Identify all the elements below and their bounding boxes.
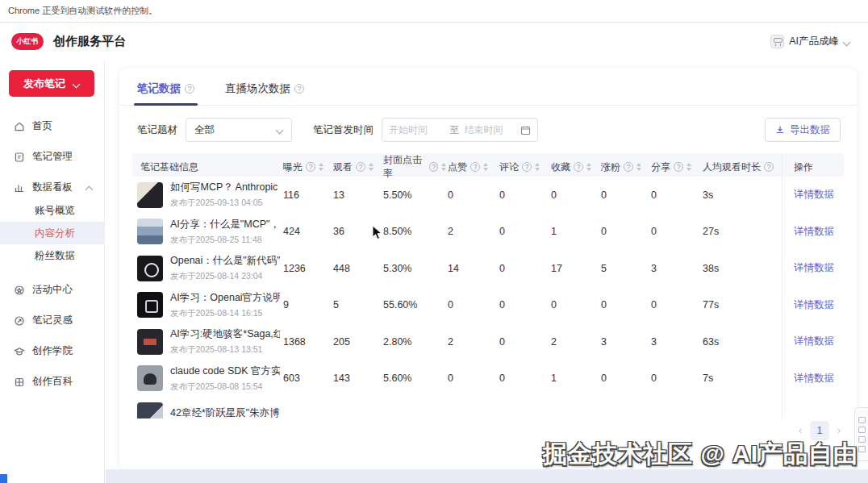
help-icon[interactable]: ? <box>674 162 683 172</box>
cell-exposure: 9 <box>282 299 332 310</box>
sidebar-subitem-account-overview[interactable]: 账号概览 <box>0 199 104 222</box>
help-icon[interactable]: ? <box>306 162 315 172</box>
note-thumbnail[interactable] <box>137 182 163 208</box>
sidebar-item-activity-center[interactable]: 活动中心 <box>0 278 104 302</box>
note-thumbnail[interactable] <box>137 402 163 418</box>
cell-comments: 0 <box>498 263 549 274</box>
cell-shares: 3 <box>649 336 701 348</box>
sort-icon[interactable] <box>483 163 488 171</box>
help-icon[interactable]: ? <box>624 162 633 172</box>
help-icon[interactable]: ? <box>522 162 532 172</box>
col-shares[interactable]: 分享? <box>649 160 701 174</box>
sidebar-item-note-inspiration[interactable]: 笔记灵感 <box>0 309 104 332</box>
app-header: 小红书 创作服务平台 AI产品成峰 <box>0 23 868 60</box>
col-fans-gain[interactable]: 涨粉? <box>599 160 649 174</box>
note-title[interactable]: AI分享：什么是"MCP"，way... <box>170 218 280 231</box>
user-avatar <box>770 35 784 48</box>
cell-shares: 0 <box>649 189 701 201</box>
help-icon[interactable]: ? <box>470 162 480 172</box>
note-title[interactable]: 42章经*阶跃星辰"朱亦博"分... <box>170 406 280 418</box>
note-title[interactable]: 如何写MCP？ Anthropic 官... <box>170 181 280 194</box>
publish-note-label: 发布笔记 <box>23 77 65 91</box>
sidebar-subitem-fans-data[interactable]: 粉丝数据 <box>0 244 104 267</box>
next-page-button[interactable]: › <box>837 426 841 435</box>
sort-icon[interactable] <box>586 163 591 171</box>
cell-ctr: 5.30% <box>382 263 446 274</box>
cell-comments: 0 <box>498 336 549 348</box>
detail-data-link[interactable]: 详情数据 <box>794 298 834 312</box>
filter-bar: 笔记题材 全部 笔记首发时间 开始时间 至 结束时间 导出数据 <box>119 106 857 142</box>
detail-data-link[interactable]: 详情数据 <box>794 225 834 239</box>
sidebar-subitem-content-analysis[interactable]: 内容分析 <box>0 222 104 244</box>
sidebar-item-note-management[interactable]: 笔记管理 <box>0 145 104 169</box>
sort-icon[interactable] <box>636 163 641 171</box>
note-title[interactable]: claude code SDK 官方实践 <box>170 364 280 378</box>
publish-note-button[interactable]: 发布笔记 <box>9 70 94 97</box>
table-row: 如何写MCP？ Anthropic 官...发布于2025-09-13 04:0… <box>132 177 844 214</box>
end-date-input[interactable]: 结束时间 <box>465 123 521 137</box>
detail-data-link[interactable]: 详情数据 <box>794 372 834 385</box>
sidebar-item-creation-academy[interactable]: 创作学院 <box>0 339 104 363</box>
sidebar-item-creation-encyclopedia[interactable]: 创作百科 <box>0 370 104 393</box>
cell-collects: 17 <box>549 263 599 274</box>
sort-icon[interactable] <box>686 163 691 171</box>
note-publish-date: 发布于2025-08-13 13:51 <box>170 344 280 356</box>
topic-select[interactable]: 全部 <box>186 118 292 142</box>
date-range-picker[interactable]: 开始时间 至 结束时间 <box>382 118 538 142</box>
cell-duration: 63s <box>701 336 782 348</box>
detail-data-link[interactable]: 详情数据 <box>794 261 834 275</box>
col-comments[interactable]: 评论? <box>498 160 549 174</box>
sidebar-item-home[interactable]: 首页 <box>0 115 104 138</box>
col-collects[interactable]: 收藏? <box>549 160 599 174</box>
cell-likes: 0 <box>446 373 498 384</box>
sidebar-item-label: 创作百科 <box>32 375 73 389</box>
start-date-input[interactable]: 开始时间 <box>389 123 445 137</box>
content-panel: 笔记数据 ? 直播场次数据 ? 笔记题材 全部 笔记首发时间 开始时间 至 结束… <box>119 69 857 469</box>
help-icon[interactable]: ? <box>356 162 365 172</box>
col-exposure[interactable]: 曝光? <box>282 160 332 174</box>
note-thumbnail[interactable] <box>137 256 163 281</box>
note-title[interactable]: Openai：什么是"新代码"? <box>170 254 280 268</box>
calendar-icon[interactable] <box>520 125 531 135</box>
tab-live-session-data[interactable]: 直播场次数据 ? <box>225 81 304 105</box>
sidebar-item-data-dashboard[interactable]: 数据看板 <box>0 176 104 199</box>
xiaohongshu-logo[interactable]: 小红书 <box>11 33 44 50</box>
sort-icon[interactable] <box>319 163 323 171</box>
help-icon[interactable]: ? <box>574 162 583 172</box>
detail-data-link[interactable]: 详情数据 <box>794 188 834 202</box>
cell-likes: 14 <box>446 263 498 274</box>
note-thumbnail[interactable] <box>137 329 163 355</box>
prev-page-button[interactable]: ‹ <box>799 426 802 435</box>
user-menu[interactable]: AI产品成峰 <box>770 35 850 48</box>
table-row: claude code SDK 官方实践发布于2025-08-08 15:54 … <box>132 360 844 398</box>
info-icon[interactable]: ? <box>185 84 194 94</box>
col-likes[interactable]: 点赞? <box>446 160 498 174</box>
sort-icon[interactable] <box>535 163 540 171</box>
col-cover-ctr[interactable]: 封面点击率? <box>382 153 446 181</box>
sidebar-item-label: 活动中心 <box>32 283 73 297</box>
sort-icon[interactable] <box>369 163 373 171</box>
note-thumbnail[interactable] <box>137 292 163 318</box>
col-avg-watch-time: 人均观看时长? <box>701 160 782 174</box>
cell-comments: 0 <box>498 373 549 384</box>
note-title[interactable]: AI学习：Openai官方说明，什... <box>170 291 280 305</box>
detail-data-link[interactable]: 详情数据 <box>794 335 834 348</box>
chevron-up-icon[interactable] <box>86 185 93 191</box>
info-icon[interactable]: ? <box>294 84 304 94</box>
note-title[interactable]: AI学习:硬地骇客*Saga,红海市... <box>170 327 280 341</box>
table-row: AI学习:硬地骇客*Saga,红海市...发布于2025-08-13 13:51… <box>132 323 844 360</box>
export-data-label: 导出数据 <box>790 123 830 137</box>
note-thumbnail[interactable] <box>137 365 163 391</box>
note-publish-date: 发布于2025-09-13 04:05 <box>170 198 280 209</box>
note-thumbnail[interactable] <box>137 219 163 244</box>
col-views[interactable]: 观看? <box>332 160 382 174</box>
help-icon[interactable]: ? <box>429 162 438 172</box>
notes-table: 笔记基础信息 曝光? 观看? 封面点击率? 点赞? 评论? 收藏? 涨粉? 分享… <box>132 153 844 418</box>
help-icon[interactable]: ? <box>764 162 774 172</box>
tab-note-data[interactable]: 笔记数据 ? <box>137 81 194 105</box>
cell-exposure: 603 <box>282 373 332 384</box>
bottom-strip <box>106 469 868 483</box>
cell-views: 13 <box>332 189 382 201</box>
export-data-button[interactable]: 导出数据 <box>765 118 841 142</box>
col-note-info: 笔记基础信息 <box>132 160 282 174</box>
